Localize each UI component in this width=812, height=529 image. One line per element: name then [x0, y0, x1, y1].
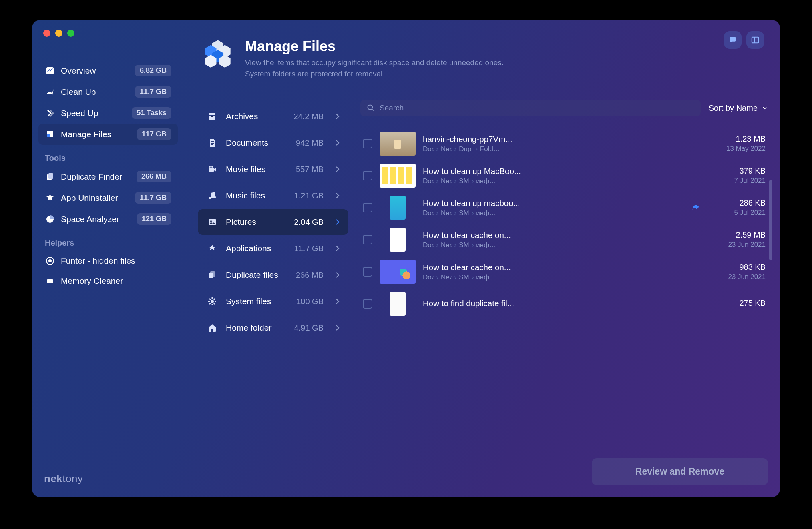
nav-icon [45, 193, 55, 203]
nav-label: Funter - hidden files [61, 256, 135, 266]
nav-badge: 11.7 GB [135, 86, 171, 98]
file-checkbox[interactable] [363, 299, 372, 309]
file-row[interactable]: How to clear cache on... Do‹›Ne‹›SM›инфо… [360, 224, 768, 256]
file-row[interactable]: hanvin-cheong-pp7Vm... Do‹›Ne‹›Dupl›Fold… [360, 128, 768, 160]
category-applications[interactable]: Applications 11.7 GB [198, 236, 348, 261]
review-and-remove-button[interactable]: Review and Remove [592, 458, 768, 485]
file-path: Do‹›Ne‹›SM›инфограф‹ [423, 273, 702, 281]
nav-item-memory-cleaner[interactable]: Memory Cleaner [38, 271, 178, 291]
nav-label: Speed Up [61, 108, 98, 118]
svg-rect-11 [47, 279, 53, 283]
svg-point-30 [209, 197, 211, 199]
search-box[interactable] [360, 100, 701, 116]
file-thumbnail [380, 164, 416, 188]
section-header: Tools [32, 145, 184, 166]
file-name: How to clean up macboo... [423, 198, 696, 208]
category-icon [207, 190, 218, 201]
nav-item-manage-files[interactable]: Manage Files 117 GB [38, 124, 178, 145]
category-size: 942 MB [296, 138, 324, 148]
sidebar: Overview 6.82 GB Clean Up 11.7 GB Speed … [32, 20, 184, 497]
file-size: 286 KB [709, 198, 766, 208]
svg-point-31 [213, 196, 216, 198]
search-input[interactable] [380, 104, 694, 112]
file-checkbox[interactable] [363, 139, 372, 148]
chevron-right-icon [336, 325, 340, 331]
categories-panel: Archives 24.2 MB Documents 942 MB Movie … [184, 90, 348, 449]
nav-item-app-uninstaller[interactable]: App Uninstaller 11.7 GB [38, 187, 178, 208]
file-name: hanvin-cheong-pp7Vm... [423, 134, 702, 144]
category-duplicate-files[interactable]: Duplicate files 266 MB [198, 262, 348, 288]
category-icon [207, 243, 218, 254]
category-movie-files[interactable]: Movie files 557 MB [198, 156, 348, 182]
category-icon [207, 164, 218, 175]
category-icon [207, 111, 218, 122]
category-size: 4.91 GB [294, 323, 324, 333]
svg-rect-22 [209, 116, 215, 120]
scrollbar[interactable] [769, 180, 772, 260]
file-name: How to clean up MacBoo... [423, 166, 702, 176]
page-subtitle: View the items that occupy significant d… [245, 57, 504, 79]
file-path: Do‹›Ne‹›SM›инфографи‹ [423, 209, 696, 217]
chevron-right-icon [336, 272, 340, 278]
file-checkbox[interactable] [363, 235, 372, 244]
chevron-right-icon [336, 245, 340, 252]
nav-badge: 266 MB [137, 171, 171, 182]
nav-item-funter-hidden-files[interactable]: Funter - hidden files [38, 251, 178, 271]
fullscreen-window-icon[interactable] [67, 30, 74, 37]
nav-icon [45, 276, 55, 286]
svg-point-4 [50, 131, 53, 134]
category-home-folder[interactable]: Home folder 4.91 GB [198, 315, 348, 341]
manage-files-icon [200, 38, 235, 73]
category-label: System files [226, 297, 271, 306]
category-archives[interactable]: Archives 24.2 MB [198, 104, 348, 129]
svg-line-41 [209, 299, 211, 300]
nav-icon [45, 256, 55, 266]
file-date: 7 Jul 2021 [709, 177, 766, 185]
sort-label: Sort by Name [709, 104, 758, 113]
nav-item-clean-up[interactable]: Clean Up 11.7 GB [38, 81, 178, 102]
page-header: Manage Files View the items that occupy … [184, 32, 780, 90]
nav-item-speed-up[interactable]: Speed Up 51 Tasks [38, 102, 178, 124]
window-controls [43, 30, 74, 37]
file-checkbox[interactable] [363, 267, 372, 277]
nav-item-overview[interactable]: Overview 6.82 GB [38, 60, 178, 81]
category-label: Applications [226, 244, 271, 253]
file-path: Do‹›Ne‹›Dupl›Folder 1 [423, 145, 702, 153]
category-music-files[interactable]: Music files 1.21 GB [198, 183, 348, 208]
file-path: Do‹›Ne‹›SM›инфограф‹ [423, 241, 702, 249]
svg-rect-24 [211, 141, 214, 142]
file-row[interactable]: How to clear cache on... Do‹›Ne‹›SM›инфо… [360, 256, 768, 288]
sort-dropdown[interactable]: Sort by Name [709, 104, 768, 113]
app-window: Overview 6.82 GB Clean Up 11.7 GB Speed … [32, 20, 780, 497]
file-size: 983 KB [709, 262, 766, 272]
close-window-icon[interactable] [43, 30, 50, 37]
file-row[interactable]: How to clean up MacBoo... Do‹›Ne‹›SM›инф… [360, 160, 768, 192]
file-row[interactable]: How to find duplicate fil... 275 KB [360, 288, 768, 320]
chevron-right-icon [336, 192, 340, 199]
category-label: Documents [226, 138, 268, 148]
minimize-window-icon[interactable] [55, 30, 62, 37]
file-thumbnail [380, 260, 416, 284]
category-system-files[interactable]: System files 100 GB [198, 289, 348, 314]
nav-icon [45, 108, 55, 118]
nav-item-duplicate-finder[interactable]: Duplicate Finder 266 MB [38, 166, 178, 187]
file-name: How to clear cache on... [423, 262, 702, 272]
file-thumbnail [390, 196, 406, 220]
svg-line-42 [214, 303, 215, 304]
file-date: 5 Jul 2021 [709, 209, 766, 217]
category-documents[interactable]: Documents 942 MB [198, 130, 348, 156]
file-checkbox[interactable] [363, 203, 372, 212]
svg-rect-14 [52, 283, 52, 285]
file-row[interactable]: How to clean up macboo... Do‹›Ne‹›SM›инф… [360, 192, 768, 224]
nav-item-space-analyzer[interactable]: Space Analyzer 121 GB [38, 208, 178, 230]
svg-rect-13 [50, 283, 50, 285]
svg-line-46 [372, 109, 374, 111]
brand-logo: nektony [32, 473, 184, 497]
category-pictures[interactable]: Pictures 2.04 GB [198, 209, 348, 235]
category-icon [207, 137, 218, 148]
file-size: 2.59 MB [709, 230, 766, 240]
nav-label: Overview [61, 66, 96, 76]
file-checkbox[interactable] [363, 171, 372, 180]
file-thumbnail [390, 228, 406, 252]
category-icon [207, 269, 218, 281]
